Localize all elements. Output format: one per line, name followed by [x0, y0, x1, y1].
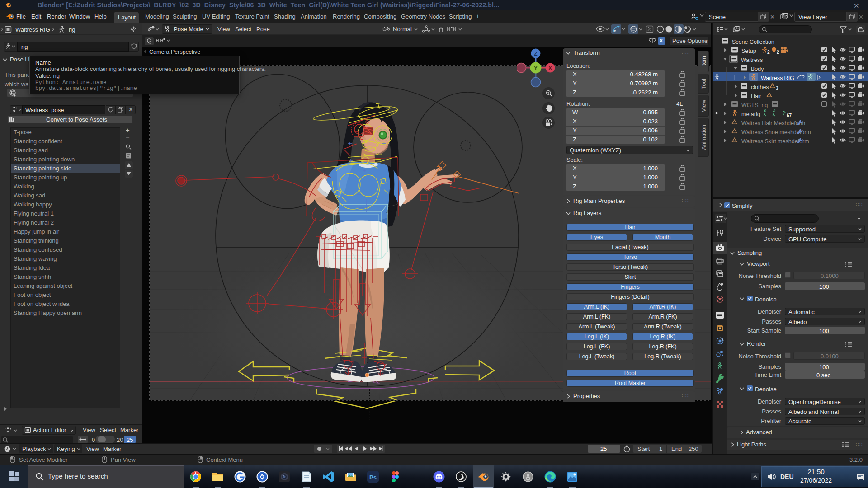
svg-text:Y: Y: [534, 65, 538, 71]
svg-text:Z: Z: [534, 51, 537, 57]
svg-text:67: 67: [787, 113, 792, 118]
svg-text:3: 3: [776, 86, 778, 91]
svg-text:Waitres Hair Meshdeform: Waitres Hair Meshdeform: [741, 120, 805, 127]
svg-text:clothes: clothes: [751, 84, 769, 90]
svg-text:WGTS_rig: WGTS_rig: [741, 102, 768, 108]
svg-text:X: X: [548, 65, 552, 71]
svg-text:2: 2: [767, 50, 770, 55]
svg-text:Ps: Ps: [369, 474, 377, 481]
svg-text:Body: Body: [751, 66, 764, 72]
svg-text:Waitress RIG: Waitress RIG: [761, 75, 794, 81]
svg-text:2: 2: [777, 50, 779, 55]
svg-text:Setup: Setup: [741, 48, 756, 54]
svg-text:metarig: metarig: [741, 111, 760, 117]
svg-text:Hair: Hair: [751, 93, 761, 99]
svg-text:Waitress: Waitress: [741, 57, 763, 63]
svg-text:Scene Collection: Scene Collection: [732, 39, 774, 45]
